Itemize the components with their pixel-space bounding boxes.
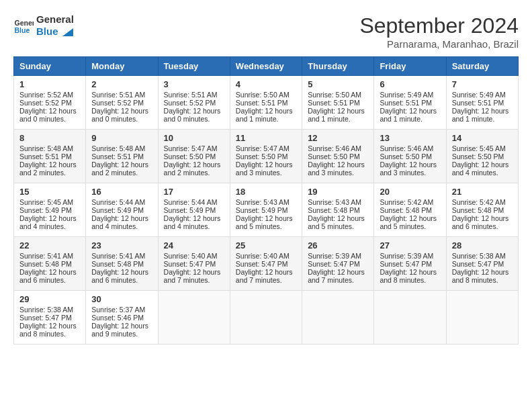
sunrise-line: Sunrise: 5:47 AM bbox=[236, 144, 296, 152]
svg-marker-3 bbox=[62, 28, 73, 36]
calendar-cell: 18Sunrise: 5:43 AMSunset: 5:49 PMDayligh… bbox=[230, 183, 302, 237]
calendar-body: 1Sunrise: 5:52 AMSunset: 5:52 PMDaylight… bbox=[14, 76, 519, 345]
daylight-line: Daylight: 12 hours and 1 minute. bbox=[380, 107, 440, 123]
day-number: 25 bbox=[236, 240, 296, 250]
calendar-cell bbox=[302, 291, 374, 345]
sunset-line: Sunset: 5:49 PM bbox=[164, 206, 224, 214]
sunset-line: Sunset: 5:48 PM bbox=[380, 206, 440, 214]
day-number: 8 bbox=[19, 133, 80, 143]
sunset-line: Sunset: 5:47 PM bbox=[164, 260, 224, 268]
calendar-cell: 22Sunrise: 5:41 AMSunset: 5:48 PMDayligh… bbox=[14, 237, 86, 291]
sunrise-line: Sunrise: 5:44 AM bbox=[164, 198, 224, 206]
sunrise-line: Sunrise: 5:42 AM bbox=[380, 198, 440, 206]
sunrise-line: Sunrise: 5:40 AM bbox=[164, 252, 224, 260]
calendar-cell: 13Sunrise: 5:46 AMSunset: 5:50 PMDayligh… bbox=[374, 130, 446, 183]
daylight-line: Daylight: 12 hours and 4 minutes. bbox=[452, 161, 513, 177]
day-number: 2 bbox=[91, 79, 152, 89]
sunset-line: Sunset: 5:52 PM bbox=[19, 99, 80, 107]
sunset-line: Sunset: 5:47 PM bbox=[380, 260, 440, 268]
sunset-line: Sunset: 5:48 PM bbox=[308, 206, 368, 214]
sunset-line: Sunset: 5:52 PM bbox=[164, 99, 224, 107]
day-number: 24 bbox=[164, 240, 224, 250]
calendar-cell: 28Sunrise: 5:38 AMSunset: 5:47 PMDayligh… bbox=[446, 237, 518, 291]
calendar-cell: 8Sunrise: 5:48 AMSunset: 5:51 PMDaylight… bbox=[14, 130, 86, 183]
sunset-line: Sunset: 5:46 PM bbox=[91, 314, 152, 322]
daylight-line: Daylight: 12 hours and 7 minutes. bbox=[308, 268, 368, 284]
daylight-line: Daylight: 12 hours and 8 minutes. bbox=[19, 322, 80, 338]
sunrise-line: Sunrise: 5:51 AM bbox=[91, 91, 152, 99]
calendar-cell: 15Sunrise: 5:45 AMSunset: 5:49 PMDayligh… bbox=[14, 183, 86, 237]
calendar-cell: 9Sunrise: 5:48 AMSunset: 5:51 PMDaylight… bbox=[86, 130, 158, 183]
day-number: 28 bbox=[452, 240, 513, 250]
daylight-line: Daylight: 12 hours and 2 minutes. bbox=[91, 161, 152, 177]
day-number: 13 bbox=[380, 133, 440, 143]
sunrise-line: Sunrise: 5:51 AM bbox=[164, 91, 224, 99]
sunrise-line: Sunrise: 5:48 AM bbox=[19, 144, 80, 152]
sunset-line: Sunset: 5:47 PM bbox=[308, 260, 368, 268]
daylight-line: Daylight: 12 hours and 5 minutes. bbox=[380, 214, 440, 230]
sunrise-line: Sunrise: 5:37 AM bbox=[91, 306, 152, 314]
logo-blue: Blue bbox=[36, 26, 74, 38]
day-of-week-tuesday: Tuesday bbox=[158, 57, 230, 76]
daylight-line: Daylight: 12 hours and 5 minutes. bbox=[308, 214, 368, 230]
sunrise-line: Sunrise: 5:45 AM bbox=[19, 198, 80, 206]
calendar-cell: 27Sunrise: 5:39 AMSunset: 5:47 PMDayligh… bbox=[374, 237, 446, 291]
sunset-line: Sunset: 5:51 PM bbox=[452, 99, 513, 107]
sunrise-line: Sunrise: 5:38 AM bbox=[452, 252, 513, 260]
logo-general: General bbox=[36, 13, 74, 26]
day-number: 17 bbox=[164, 187, 224, 197]
daylight-line: Daylight: 12 hours and 7 minutes. bbox=[236, 268, 296, 284]
month-title: September 2024 bbox=[359, 13, 519, 38]
daylight-line: Daylight: 12 hours and 1 minute. bbox=[308, 107, 368, 123]
logo: General Blue General Blue bbox=[13, 13, 74, 38]
sunrise-line: Sunrise: 5:49 AM bbox=[380, 91, 440, 99]
day-number: 11 bbox=[236, 133, 296, 143]
calendar-cell bbox=[230, 291, 302, 345]
sunset-line: Sunset: 5:51 PM bbox=[91, 152, 152, 161]
sunrise-line: Sunrise: 5:46 AM bbox=[308, 144, 368, 152]
sunrise-line: Sunrise: 5:38 AM bbox=[19, 306, 80, 314]
day-number: 16 bbox=[91, 187, 152, 197]
page-header: General Blue General Blue September 2024… bbox=[13, 13, 519, 50]
daylight-line: Daylight: 12 hours and 0 minutes. bbox=[91, 107, 152, 123]
daylight-line: Daylight: 12 hours and 2 minutes. bbox=[164, 161, 224, 177]
day-number: 7 bbox=[452, 79, 513, 89]
calendar-cell: 24Sunrise: 5:40 AMSunset: 5:47 PMDayligh… bbox=[158, 237, 230, 291]
sunrise-line: Sunrise: 5:46 AM bbox=[380, 144, 440, 152]
calendar-cell: 12Sunrise: 5:46 AMSunset: 5:50 PMDayligh… bbox=[302, 130, 374, 183]
day-number: 1 bbox=[19, 79, 80, 89]
day-of-week-monday: Monday bbox=[86, 57, 158, 76]
sunset-line: Sunset: 5:50 PM bbox=[164, 152, 224, 161]
sunrise-line: Sunrise: 5:39 AM bbox=[380, 252, 440, 260]
daylight-line: Daylight: 12 hours and 8 minutes. bbox=[452, 268, 513, 284]
calendar-cell: 23Sunrise: 5:41 AMSunset: 5:48 PMDayligh… bbox=[86, 237, 158, 291]
calendar-cell: 25Sunrise: 5:40 AMSunset: 5:47 PMDayligh… bbox=[230, 237, 302, 291]
day-number: 21 bbox=[452, 187, 513, 197]
daylight-line: Daylight: 12 hours and 4 minutes. bbox=[164, 214, 224, 230]
calendar-cell: 4Sunrise: 5:50 AMSunset: 5:51 PMDaylight… bbox=[230, 76, 302, 130]
calendar-cell bbox=[374, 291, 446, 345]
sunset-line: Sunset: 5:47 PM bbox=[236, 260, 296, 268]
day-number: 29 bbox=[19, 294, 80, 304]
day-number: 4 bbox=[236, 79, 296, 89]
sunset-line: Sunset: 5:48 PM bbox=[91, 260, 152, 268]
daylight-line: Daylight: 12 hours and 1 minute. bbox=[452, 107, 513, 123]
daylight-line: Daylight: 12 hours and 1 minute. bbox=[236, 107, 296, 123]
sunrise-line: Sunrise: 5:49 AM bbox=[452, 91, 513, 99]
calendar-cell: 30Sunrise: 5:37 AMSunset: 5:46 PMDayligh… bbox=[86, 291, 158, 345]
daylight-line: Daylight: 12 hours and 9 minutes. bbox=[91, 322, 152, 338]
sunset-line: Sunset: 5:50 PM bbox=[380, 152, 440, 161]
calendar-cell: 29Sunrise: 5:38 AMSunset: 5:47 PMDayligh… bbox=[14, 291, 86, 345]
sunset-line: Sunset: 5:48 PM bbox=[452, 206, 513, 214]
svg-text:Blue: Blue bbox=[15, 26, 30, 34]
day-number: 10 bbox=[164, 133, 224, 143]
daylight-line: Daylight: 12 hours and 5 minutes. bbox=[236, 214, 296, 230]
calendar-cell: 11Sunrise: 5:47 AMSunset: 5:50 PMDayligh… bbox=[230, 130, 302, 183]
sunrise-line: Sunrise: 5:40 AM bbox=[236, 252, 296, 260]
daylight-line: Daylight: 12 hours and 4 minutes. bbox=[19, 214, 80, 230]
daylight-line: Daylight: 12 hours and 7 minutes. bbox=[164, 268, 224, 284]
calendar-cell: 14Sunrise: 5:45 AMSunset: 5:50 PMDayligh… bbox=[446, 130, 518, 183]
day-number: 26 bbox=[308, 240, 368, 250]
calendar-cell bbox=[158, 291, 230, 345]
sunset-line: Sunset: 5:50 PM bbox=[236, 152, 296, 161]
